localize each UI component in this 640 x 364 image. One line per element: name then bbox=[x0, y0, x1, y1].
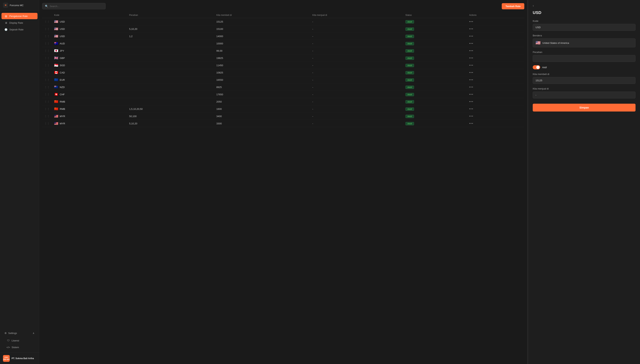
drag-handle[interactable]: ⋮⋮ bbox=[45, 100, 50, 103]
settings-sub-nav: 🛡 Lisensi </> Sistem bbox=[0, 336, 39, 351]
table-row: ⋮⋮ 🇳🇿 NZD 8925 - Aktif ••• bbox=[42, 84, 524, 91]
actions-menu-button[interactable]: ••• bbox=[469, 42, 473, 45]
drag-handle[interactable]: ⋮⋮ bbox=[45, 20, 50, 23]
actions-menu-button[interactable]: ••• bbox=[469, 122, 473, 125]
panel-back-button[interactable]: ‹ bbox=[533, 4, 635, 8]
actions-menu-button[interactable]: ••• bbox=[469, 34, 473, 38]
drag-handle[interactable]: ⋮⋮ bbox=[45, 56, 50, 60]
actions-menu-button[interactable]: ••• bbox=[469, 71, 473, 74]
sidebar-item-pengaturan-rate[interactable]: ▤ Pengaturan Rate bbox=[2, 13, 38, 19]
col-jual: Kita menjual di bbox=[310, 12, 403, 18]
pecahan-label: Pecahan bbox=[533, 51, 635, 54]
status-badge: Aktif bbox=[405, 35, 414, 38]
pecahan-cell bbox=[127, 69, 214, 76]
pecahan-cell bbox=[127, 84, 214, 91]
actions-menu-button[interactable]: ••• bbox=[469, 86, 473, 88]
kode-input[interactable] bbox=[533, 24, 635, 31]
actions-menu-button[interactable]: ••• bbox=[469, 107, 473, 110]
table-row: ⋮⋮ 🇨🇭 CHF 17650 - Aktif ••• bbox=[42, 91, 524, 98]
sidebar-item-label: Pengaturan Rate bbox=[9, 15, 28, 18]
jual-cell: - bbox=[310, 18, 403, 25]
kode-label: Kode bbox=[533, 20, 635, 22]
beli-cell: 15125 bbox=[214, 18, 310, 25]
drag-handle[interactable]: ⋮⋮ bbox=[45, 49, 50, 52]
beli-cell: 14000 bbox=[214, 33, 310, 40]
bendera-value[interactable]: 🇺🇸 United States of America bbox=[533, 38, 635, 47]
sidebar-item-label: Display Rate bbox=[9, 22, 23, 24]
pecahan-input[interactable] bbox=[533, 55, 635, 62]
drag-handle[interactable]: ⋮⋮ bbox=[45, 35, 50, 38]
actions-menu-button[interactable]: ••• bbox=[469, 78, 473, 81]
currency-flag: 🇨🇳 bbox=[54, 107, 58, 110]
jual-field-group: Kita menjual di bbox=[533, 87, 635, 98]
bendera-field-group: Bendera 🇺🇸 United States of America bbox=[533, 34, 635, 47]
avatar: KMAZED MO bbox=[3, 355, 10, 362]
search-input[interactable] bbox=[50, 5, 103, 8]
status-badge: Aktif bbox=[405, 56, 414, 60]
drag-handle[interactable]: ⋮⋮ bbox=[45, 93, 50, 96]
table-row: ⋮⋮ 🇺🇸 USD 15125 - Aktif ••• bbox=[42, 18, 524, 25]
pengaturan-icon: ▤ bbox=[5, 14, 8, 18]
status-badge: Aktif bbox=[405, 78, 414, 82]
drag-handle[interactable]: ⋮⋮ bbox=[45, 78, 50, 81]
beli-cell: 8925 bbox=[214, 84, 310, 91]
simpan-button[interactable]: Simpan bbox=[533, 104, 635, 112]
beli-input[interactable] bbox=[533, 77, 635, 84]
tambah-rate-button[interactable]: Tambah Rate bbox=[502, 3, 524, 9]
aktif-label: Aktif bbox=[542, 66, 547, 69]
actions-menu-button[interactable]: ••• bbox=[469, 49, 473, 52]
currency-flag: 🇪🇺 bbox=[54, 78, 58, 82]
beli-cell: 10825 bbox=[214, 69, 310, 76]
sidebar-item-display-rate[interactable]: 🖥 Display Rate bbox=[2, 20, 38, 26]
currency-code: USD bbox=[60, 20, 65, 23]
currency-code: RMB bbox=[60, 100, 65, 103]
pecahan-cell: 5,10,20 bbox=[127, 25, 214, 33]
actions-menu-button[interactable]: ••• bbox=[469, 64, 473, 67]
settings-header[interactable]: ⚙ Settings ∧ bbox=[2, 330, 38, 336]
drag-handle[interactable]: ⋮⋮ bbox=[45, 28, 50, 30]
status-badge: Aktif bbox=[405, 64, 414, 67]
drag-handle[interactable]: ⋮⋮ bbox=[45, 64, 50, 67]
drag-handle[interactable]: ⋮⋮ bbox=[45, 108, 50, 110]
table-row: ⋮⋮ 🇦🇺 AUD 10000 - Aktif ••• bbox=[42, 40, 524, 47]
settings-label: Settings bbox=[8, 332, 17, 334]
jual-label: Kita menjual di bbox=[533, 87, 635, 90]
settings-section: ⚙ Settings ∧ 🛡 Lisensi </> Sistem bbox=[0, 328, 39, 352]
status-badge: Aktif bbox=[405, 42, 414, 45]
drag-handle[interactable]: ⋮⋮ bbox=[45, 115, 50, 118]
jual-cell: - bbox=[310, 25, 403, 33]
sidebar-item-lisensi[interactable]: 🛡 Lisensi bbox=[2, 337, 38, 344]
jual-input[interactable] bbox=[533, 92, 635, 98]
beli-cell: 1600 bbox=[214, 105, 310, 113]
currency-code: USD bbox=[60, 28, 65, 30]
bendera-flag: 🇺🇸 bbox=[535, 40, 540, 45]
drag-handle[interactable]: ⋮⋮ bbox=[45, 122, 50, 125]
sidebar-item-sejarah-rate[interactable]: 🕐 Sejarah Rate bbox=[2, 26, 38, 33]
status-badge: Aktif bbox=[405, 49, 414, 52]
drag-handle[interactable]: ⋮⋮ bbox=[45, 86, 50, 88]
actions-menu-button[interactable]: ••• bbox=[469, 20, 473, 23]
status-badge: Aktif bbox=[405, 28, 414, 31]
jual-cell: - bbox=[310, 69, 403, 76]
actions-menu-button[interactable]: ••• bbox=[469, 100, 473, 103]
actions-menu-button[interactable]: ••• bbox=[469, 56, 473, 60]
pecahan-cell: 50,100 bbox=[127, 113, 214, 120]
actions-menu-button[interactable]: ••• bbox=[469, 27, 473, 30]
pecahan-cell: 5,10,20 bbox=[127, 120, 214, 127]
currency-flag: 🇲🇾 bbox=[54, 114, 58, 118]
currency-cell: 🇯🇵 JPY bbox=[54, 49, 125, 52]
drag-handle[interactable]: ⋮⋮ bbox=[45, 71, 50, 74]
currency-cell: 🇪🇺 EUR bbox=[54, 78, 125, 82]
sidebar-item-sistem[interactable]: </> Sistem bbox=[2, 344, 38, 350]
currency-code: CAD bbox=[60, 71, 65, 74]
drag-handle[interactable]: ⋮⋮ bbox=[45, 42, 50, 45]
beli-field-group: Kita membeli di bbox=[533, 73, 635, 84]
search-box[interactable]: 🔍 bbox=[42, 3, 106, 9]
user-info: PT. Sukma Bali Artha bbox=[12, 357, 34, 360]
currency-cell: 🇦🇺 AUD bbox=[54, 42, 125, 45]
user-name: PT. Sukma Bali Artha bbox=[12, 357, 34, 360]
actions-menu-button[interactable]: ••• bbox=[469, 93, 473, 96]
aktif-toggle[interactable] bbox=[533, 65, 540, 69]
actions-menu-button[interactable]: ••• bbox=[469, 114, 473, 118]
jual-cell: - bbox=[310, 33, 403, 40]
